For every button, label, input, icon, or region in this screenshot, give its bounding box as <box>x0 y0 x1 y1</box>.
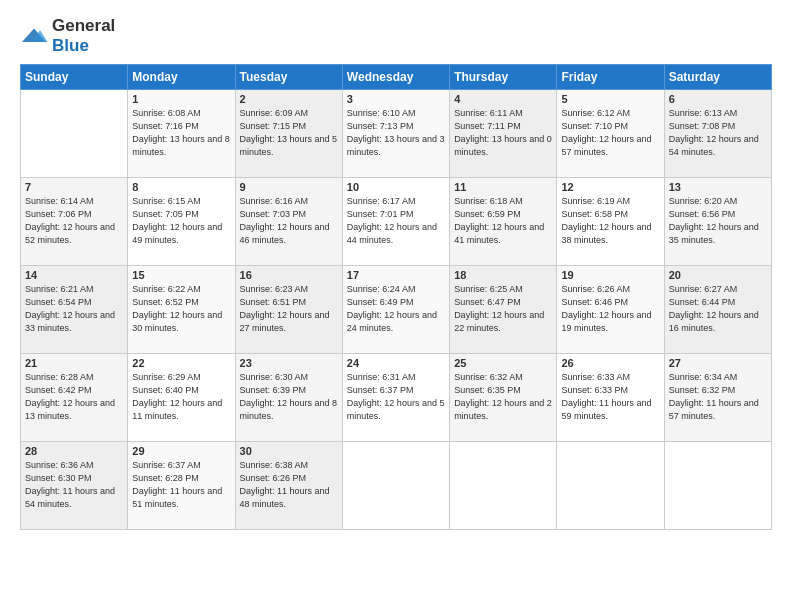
day-number: 26 <box>561 357 659 369</box>
calendar: SundayMondayTuesdayWednesdayThursdayFrid… <box>20 64 772 530</box>
calendar-cell: 1 Sunrise: 6:08 AMSunset: 7:16 PMDayligh… <box>128 90 235 178</box>
logo-general: General <box>52 16 115 35</box>
calendar-cell: 2 Sunrise: 6:09 AMSunset: 7:15 PMDayligh… <box>235 90 342 178</box>
day-info: Sunrise: 6:33 AMSunset: 6:33 PMDaylight:… <box>561 371 659 423</box>
calendar-cell: 13 Sunrise: 6:20 AMSunset: 6:56 PMDaylig… <box>664 178 771 266</box>
day-info: Sunrise: 6:14 AMSunset: 7:06 PMDaylight:… <box>25 195 123 247</box>
day-info: Sunrise: 6:27 AMSunset: 6:44 PMDaylight:… <box>669 283 767 335</box>
day-info: Sunrise: 6:10 AMSunset: 7:13 PMDaylight:… <box>347 107 445 159</box>
weekday-friday: Friday <box>557 65 664 90</box>
day-number: 28 <box>25 445 123 457</box>
calendar-cell: 23 Sunrise: 6:30 AMSunset: 6:39 PMDaylig… <box>235 354 342 442</box>
day-info: Sunrise: 6:38 AMSunset: 6:26 PMDaylight:… <box>240 459 338 511</box>
day-info: Sunrise: 6:23 AMSunset: 6:51 PMDaylight:… <box>240 283 338 335</box>
day-info: Sunrise: 6:24 AMSunset: 6:49 PMDaylight:… <box>347 283 445 335</box>
calendar-cell <box>21 90 128 178</box>
weekday-saturday: Saturday <box>664 65 771 90</box>
week-row-4: 21 Sunrise: 6:28 AMSunset: 6:42 PMDaylig… <box>21 354 772 442</box>
day-number: 21 <box>25 357 123 369</box>
calendar-cell: 4 Sunrise: 6:11 AMSunset: 7:11 PMDayligh… <box>450 90 557 178</box>
calendar-cell: 27 Sunrise: 6:34 AMSunset: 6:32 PMDaylig… <box>664 354 771 442</box>
calendar-cell: 18 Sunrise: 6:25 AMSunset: 6:47 PMDaylig… <box>450 266 557 354</box>
week-row-2: 7 Sunrise: 6:14 AMSunset: 7:06 PMDayligh… <box>21 178 772 266</box>
day-info: Sunrise: 6:18 AMSunset: 6:59 PMDaylight:… <box>454 195 552 247</box>
day-number: 13 <box>669 181 767 193</box>
day-number: 18 <box>454 269 552 281</box>
logo-icon <box>20 27 48 45</box>
day-number: 23 <box>240 357 338 369</box>
calendar-cell <box>450 442 557 530</box>
day-info: Sunrise: 6:19 AMSunset: 6:58 PMDaylight:… <box>561 195 659 247</box>
calendar-cell: 9 Sunrise: 6:16 AMSunset: 7:03 PMDayligh… <box>235 178 342 266</box>
day-number: 17 <box>347 269 445 281</box>
day-number: 6 <box>669 93 767 105</box>
weekday-monday: Monday <box>128 65 235 90</box>
day-info: Sunrise: 6:09 AMSunset: 7:15 PMDaylight:… <box>240 107 338 159</box>
calendar-cell: 8 Sunrise: 6:15 AMSunset: 7:05 PMDayligh… <box>128 178 235 266</box>
day-number: 19 <box>561 269 659 281</box>
calendar-cell <box>557 442 664 530</box>
day-number: 30 <box>240 445 338 457</box>
week-row-1: 1 Sunrise: 6:08 AMSunset: 7:16 PMDayligh… <box>21 90 772 178</box>
header: General Blue <box>20 16 772 56</box>
calendar-cell: 7 Sunrise: 6:14 AMSunset: 7:06 PMDayligh… <box>21 178 128 266</box>
calendar-cell: 19 Sunrise: 6:26 AMSunset: 6:46 PMDaylig… <box>557 266 664 354</box>
weekday-header-row: SundayMondayTuesdayWednesdayThursdayFrid… <box>21 65 772 90</box>
calendar-cell: 30 Sunrise: 6:38 AMSunset: 6:26 PMDaylig… <box>235 442 342 530</box>
day-number: 20 <box>669 269 767 281</box>
day-info: Sunrise: 6:29 AMSunset: 6:40 PMDaylight:… <box>132 371 230 423</box>
calendar-cell: 20 Sunrise: 6:27 AMSunset: 6:44 PMDaylig… <box>664 266 771 354</box>
week-row-5: 28 Sunrise: 6:36 AMSunset: 6:30 PMDaylig… <box>21 442 772 530</box>
day-info: Sunrise: 6:28 AMSunset: 6:42 PMDaylight:… <box>25 371 123 423</box>
calendar-cell: 15 Sunrise: 6:22 AMSunset: 6:52 PMDaylig… <box>128 266 235 354</box>
day-number: 27 <box>669 357 767 369</box>
calendar-cell: 14 Sunrise: 6:21 AMSunset: 6:54 PMDaylig… <box>21 266 128 354</box>
calendar-cell: 10 Sunrise: 6:17 AMSunset: 7:01 PMDaylig… <box>342 178 449 266</box>
day-info: Sunrise: 6:34 AMSunset: 6:32 PMDaylight:… <box>669 371 767 423</box>
logo: General Blue <box>20 16 115 56</box>
day-number: 29 <box>132 445 230 457</box>
day-info: Sunrise: 6:22 AMSunset: 6:52 PMDaylight:… <box>132 283 230 335</box>
calendar-cell: 17 Sunrise: 6:24 AMSunset: 6:49 PMDaylig… <box>342 266 449 354</box>
day-number: 12 <box>561 181 659 193</box>
calendar-cell: 12 Sunrise: 6:19 AMSunset: 6:58 PMDaylig… <box>557 178 664 266</box>
weekday-tuesday: Tuesday <box>235 65 342 90</box>
day-info: Sunrise: 6:32 AMSunset: 6:35 PMDaylight:… <box>454 371 552 423</box>
day-info: Sunrise: 6:15 AMSunset: 7:05 PMDaylight:… <box>132 195 230 247</box>
calendar-cell <box>342 442 449 530</box>
calendar-cell: 11 Sunrise: 6:18 AMSunset: 6:59 PMDaylig… <box>450 178 557 266</box>
day-info: Sunrise: 6:20 AMSunset: 6:56 PMDaylight:… <box>669 195 767 247</box>
day-info: Sunrise: 6:31 AMSunset: 6:37 PMDaylight:… <box>347 371 445 423</box>
day-info: Sunrise: 6:37 AMSunset: 6:28 PMDaylight:… <box>132 459 230 511</box>
day-number: 24 <box>347 357 445 369</box>
day-number: 11 <box>454 181 552 193</box>
calendar-cell: 21 Sunrise: 6:28 AMSunset: 6:42 PMDaylig… <box>21 354 128 442</box>
day-number: 9 <box>240 181 338 193</box>
calendar-cell: 26 Sunrise: 6:33 AMSunset: 6:33 PMDaylig… <box>557 354 664 442</box>
day-info: Sunrise: 6:25 AMSunset: 6:47 PMDaylight:… <box>454 283 552 335</box>
calendar-cell: 3 Sunrise: 6:10 AMSunset: 7:13 PMDayligh… <box>342 90 449 178</box>
day-number: 14 <box>25 269 123 281</box>
calendar-cell: 29 Sunrise: 6:37 AMSunset: 6:28 PMDaylig… <box>128 442 235 530</box>
day-number: 10 <box>347 181 445 193</box>
day-info: Sunrise: 6:36 AMSunset: 6:30 PMDaylight:… <box>25 459 123 511</box>
day-info: Sunrise: 6:08 AMSunset: 7:16 PMDaylight:… <box>132 107 230 159</box>
weekday-wednesday: Wednesday <box>342 65 449 90</box>
day-info: Sunrise: 6:26 AMSunset: 6:46 PMDaylight:… <box>561 283 659 335</box>
day-number: 4 <box>454 93 552 105</box>
day-info: Sunrise: 6:30 AMSunset: 6:39 PMDaylight:… <box>240 371 338 423</box>
logo-blue: Blue <box>52 36 89 55</box>
day-number: 8 <box>132 181 230 193</box>
calendar-cell <box>664 442 771 530</box>
day-info: Sunrise: 6:13 AMSunset: 7:08 PMDaylight:… <box>669 107 767 159</box>
calendar-cell: 22 Sunrise: 6:29 AMSunset: 6:40 PMDaylig… <box>128 354 235 442</box>
day-number: 7 <box>25 181 123 193</box>
page: General Blue SundayMondayTuesdayWednesda… <box>0 0 792 612</box>
calendar-cell: 25 Sunrise: 6:32 AMSunset: 6:35 PMDaylig… <box>450 354 557 442</box>
day-number: 5 <box>561 93 659 105</box>
calendar-cell: 16 Sunrise: 6:23 AMSunset: 6:51 PMDaylig… <box>235 266 342 354</box>
calendar-cell: 5 Sunrise: 6:12 AMSunset: 7:10 PMDayligh… <box>557 90 664 178</box>
day-number: 25 <box>454 357 552 369</box>
day-info: Sunrise: 6:21 AMSunset: 6:54 PMDaylight:… <box>25 283 123 335</box>
day-number: 1 <box>132 93 230 105</box>
